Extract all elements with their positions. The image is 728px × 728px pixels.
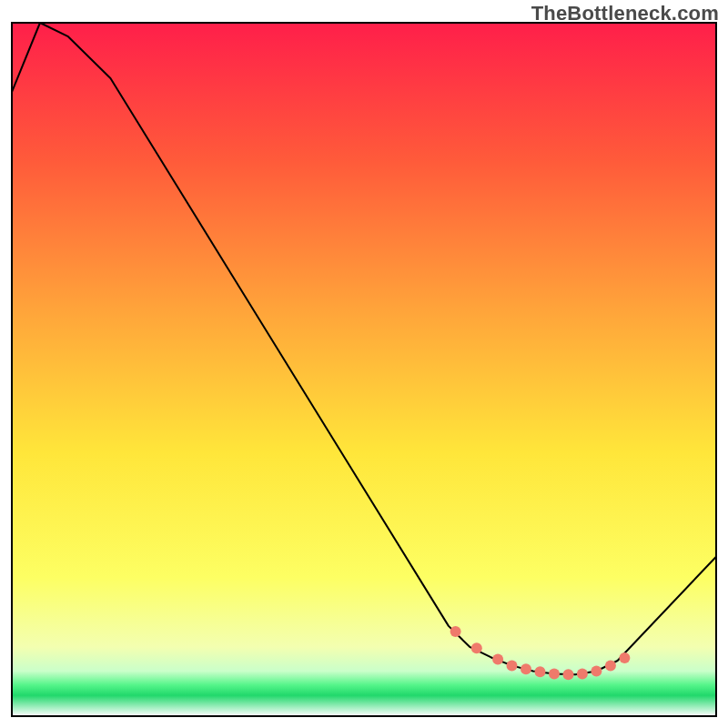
- marker-dot: [549, 669, 560, 680]
- marker-dot: [563, 669, 574, 680]
- marker-dot: [507, 660, 518, 671]
- watermark-label: TheBottleneck.com: [531, 2, 719, 25]
- marker-dot: [605, 660, 616, 671]
- marker-dot: [492, 654, 503, 665]
- marker-dot: [535, 666, 546, 677]
- marker-dot: [591, 666, 602, 677]
- marker-dot: [619, 652, 630, 663]
- chart-container: TheBottleneck.com: [0, 0, 728, 728]
- marker-dot: [450, 626, 461, 637]
- marker-dot: [471, 642, 482, 653]
- marker-dot: [577, 669, 588, 680]
- marker-dot: [521, 663, 531, 674]
- plot-background: [12, 23, 716, 716]
- bottleneck-curve-chart: [0, 0, 728, 728]
